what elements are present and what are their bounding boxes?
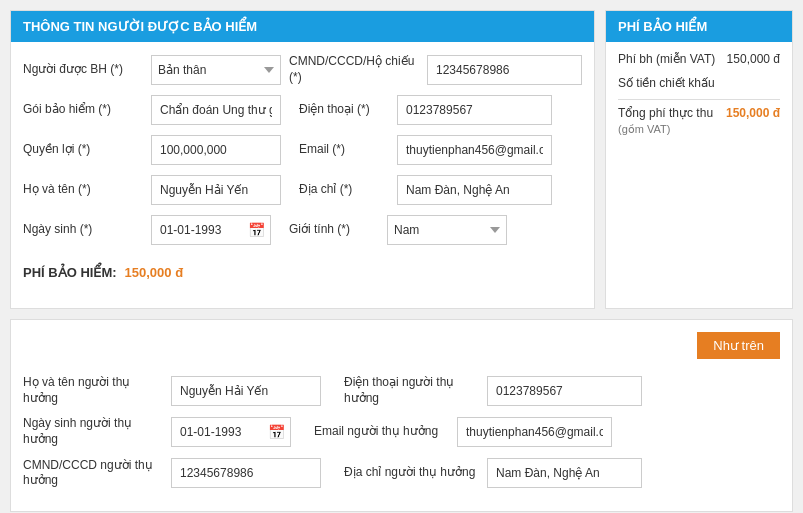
dien-thoai-thu-huong-input[interactable] [487,376,642,406]
gioi-tinh-label: Giới tính (*) [279,222,379,238]
left-panel-header: THÔNG TIN NGƯỜI ĐƯỢC BẢO HIỂM [11,11,594,42]
chiet-khau-row: Số tiền chiết khấu [618,76,780,92]
gioi-tinh-select[interactable]: Nam Nữ [387,215,507,245]
bottom-section: Như trên Họ và tên người thụ hưởng Điện … [10,319,793,512]
fee-divider [618,99,780,100]
phi-bh-label: Phí bh (miễn VAT) [618,52,727,68]
chiet-khau-label: Số tiền chiết khấu [618,76,780,92]
goi-bao-hiem-input[interactable] [151,95,281,125]
cmnd-thu-huong-input[interactable] [171,458,321,488]
tong-phi-label: Tổng phí thực thu (gồm VAT) [618,106,726,137]
goi-bao-hiem-label: Gói bảo hiểm (*) [23,102,143,118]
quyen-loi-input[interactable] [151,135,281,165]
right-panel-header: PHÍ BẢO HIỂM [606,11,792,42]
ngay-sinh-thu-huong-wrap: 📅 [171,417,291,447]
nguoi-duoc-bh-label: Người được BH (*) [23,62,143,78]
dia-chi-input[interactable] [397,175,552,205]
email-thu-huong-input[interactable] [457,417,612,447]
ngay-sinh-thu-huong-input[interactable] [171,417,291,447]
ho-va-ten-input[interactable] [151,175,281,205]
ho-va-ten-label: Họ và tên (*) [23,182,143,198]
phi-bao-hiem-label: PHÍ BẢO HIỂM: [23,265,117,280]
tong-phi-value: 150,000 đ [726,106,780,120]
tong-phi-row: Tổng phí thực thu (gồm VAT) 150,000 đ [618,106,780,137]
email-label: Email (*) [289,142,389,158]
ngay-sinh-input[interactable] [151,215,271,245]
tong-phi-sub: (gồm VAT) [618,123,670,135]
dia-chi-label: Địa chỉ (*) [289,182,389,198]
ngay-sinh-thu-huong-label: Ngày sinh người thụ hưởng [23,416,163,447]
dien-thoai-input[interactable] [397,95,552,125]
ngay-sinh-label: Ngày sinh (*) [23,222,143,238]
dia-chi-thu-huong-label: Địa chỉ người thụ hưởng [329,465,479,481]
cmnd-input[interactable] [427,55,582,85]
dien-thoai-label: Điện thoại (*) [289,102,389,118]
ho-ten-thu-huong-label: Họ và tên người thụ hưởng [23,375,163,406]
cmnd-label: CMND/CCCD/Hộ chiếu (*) [289,54,419,85]
dia-chi-thu-huong-input[interactable] [487,458,642,488]
email-input[interactable] [397,135,552,165]
cmnd-thu-huong-label: CMND/CCCD người thụ hưởng [23,458,163,489]
nguoi-duoc-bh-select[interactable]: Bản thân [151,55,281,85]
phi-bao-hiem-value: 150,000 đ [125,265,184,280]
email-thu-huong-label: Email người thụ hưởng [299,424,449,440]
nhu-tren-button[interactable]: Như trên [697,332,780,359]
dien-thoai-thu-huong-label: Điện thoại người thụ hưởng [329,375,479,406]
quyen-loi-label: Quyền lợi (*) [23,142,143,158]
ngay-sinh-wrap: 📅 [151,215,271,245]
ho-ten-thu-huong-input[interactable] [171,376,321,406]
phi-bh-value: 150,000 đ [727,52,780,66]
phi-bh-row: Phí bh (miễn VAT) 150,000 đ [618,52,780,68]
